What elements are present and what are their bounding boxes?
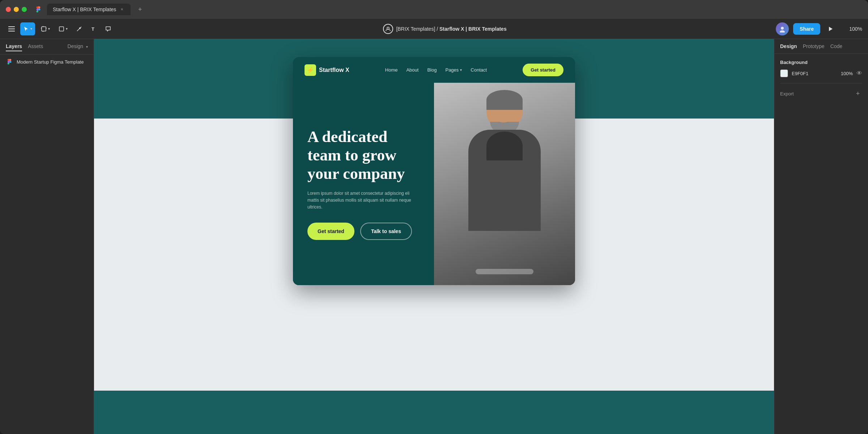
- assets-tab[interactable]: Assets: [28, 42, 43, 51]
- hero-primary-button[interactable]: Get started: [307, 223, 354, 240]
- nav-home[interactable]: Home: [385, 67, 398, 73]
- hero-subtitle: Lorem ipsum dolor sit amet consectetur a…: [307, 190, 416, 211]
- background-opacity-value[interactable]: 100%: [838, 71, 853, 76]
- logo-text: Startflow X: [319, 67, 349, 73]
- breadcrumb-text: [BRIX Templates] / Starflow X | BRIX Tem…: [396, 26, 506, 32]
- user-avatar: [776, 22, 789, 35]
- background-color-swatch[interactable]: [780, 69, 788, 77]
- nav-pages[interactable]: Pages ▾: [445, 67, 462, 73]
- nav-links: Home About Blog Pages ▾ Contact: [385, 67, 487, 73]
- visibility-icon[interactable]: 👁: [856, 70, 862, 77]
- export-add-button[interactable]: +: [854, 89, 862, 98]
- tab-bar: Starflow X | BRIX Templates × +: [0, 0, 868, 19]
- menu-button[interactable]: [6, 23, 17, 35]
- website-preview-frame: ⚡ Startflow X Home About Blog Pages ▾ Co…: [293, 57, 575, 285]
- breadcrumb: [BRIX Templates] / Starflow X | BRIX Tem…: [383, 24, 506, 34]
- design-tab[interactable]: Design ▾: [68, 42, 88, 51]
- pen-tool-button[interactable]: [73, 22, 85, 35]
- tab-title: Starflow X | BRIX Templates: [53, 7, 116, 12]
- right-panel-content: Background E9F0F1 100% 👁 Export +: [774, 54, 868, 434]
- left-panel-tabs: Layers Assets Design ▾: [0, 39, 94, 55]
- hamburger-icon: [8, 26, 15, 31]
- browser-frame: Starflow X | BRIX Templates × + ▾ ▾: [0, 0, 868, 434]
- share-button[interactable]: Share: [793, 23, 820, 35]
- main-area: Layers Assets Design ▾ Modern Startup Fi…: [0, 39, 868, 434]
- svg-text:T: T: [92, 26, 94, 32]
- hero-right: [434, 83, 575, 285]
- hero-section: A dedicated team to grow your company Lo…: [293, 83, 575, 285]
- hero-secondary-button[interactable]: Talk to sales: [360, 223, 412, 240]
- toolbar-right: Share 100%: [776, 22, 862, 35]
- close-window-button[interactable]: [6, 7, 11, 12]
- export-row: Export +: [780, 89, 862, 98]
- breadcrumb-org: [BRIX Templates]: [396, 26, 435, 32]
- frame-tool-button[interactable]: ▾: [38, 22, 53, 35]
- minimize-window-button[interactable]: [14, 7, 19, 12]
- nav-blog[interactable]: Blog: [427, 67, 437, 73]
- design-panel-tab[interactable]: Design: [780, 42, 797, 51]
- background-color-value[interactable]: E9F0F1: [792, 71, 835, 76]
- comment-tool-button[interactable]: [102, 22, 114, 35]
- breadcrumb-project: Starflow X | BRIX Templates: [439, 26, 507, 32]
- export-label: Export: [780, 91, 794, 96]
- shape-tool-button[interactable]: ▾: [56, 22, 71, 35]
- present-button[interactable]: [825, 23, 836, 35]
- browser-tab[interactable]: Starflow X | BRIX Templates ×: [47, 4, 131, 15]
- tab-close-button[interactable]: ×: [119, 7, 125, 12]
- zoom-level[interactable]: 100%: [841, 26, 862, 32]
- layer-figma-icon: [6, 58, 13, 65]
- svg-rect-5: [59, 27, 64, 31]
- left-panel: Layers Assets Design ▾ Modern Startup Fi…: [0, 39, 94, 434]
- layer-name: Modern Startup Figma Template: [17, 59, 84, 65]
- layer-item[interactable]: Modern Startup Figma Template: [0, 55, 94, 69]
- new-tab-button[interactable]: +: [135, 4, 145, 14]
- divider: [780, 83, 862, 83]
- svg-point-9: [781, 27, 784, 30]
- nav-about[interactable]: About: [406, 67, 418, 73]
- toolbar-center: [BRIX Templates] / Starflow X | BRIX Tem…: [117, 24, 773, 34]
- select-tool-button[interactable]: ▾: [20, 22, 35, 35]
- canvas-bg-bottom: [94, 391, 774, 434]
- breadcrumb-sep1: /: [437, 26, 439, 32]
- figma-logo-icon: [34, 5, 43, 14]
- website-navbar: ⚡ Startflow X Home About Blog Pages ▾ Co…: [293, 57, 575, 83]
- text-tool-button[interactable]: T: [88, 22, 99, 35]
- site-logo: ⚡ Startflow X: [305, 64, 349, 76]
- background-color-row: E9F0F1 100% 👁: [780, 69, 862, 77]
- prototype-panel-tab[interactable]: Prototype: [803, 42, 825, 51]
- hero-left: A dedicated team to grow your company Lo…: [293, 83, 434, 285]
- hero-title: A dedicated team to grow your company: [307, 128, 420, 183]
- right-panel-tabs: Design Prototype Code: [774, 39, 868, 54]
- nav-cta-button[interactable]: Get started: [523, 64, 563, 76]
- nav-contact[interactable]: Contact: [471, 67, 487, 73]
- figma-toolbar: ▾ ▾ ▾ T: [0, 19, 868, 39]
- svg-rect-0: [42, 27, 46, 31]
- traffic-lights: [6, 7, 27, 12]
- hero-buttons: Get started Talk to sales: [307, 223, 420, 240]
- svg-point-10: [780, 30, 785, 33]
- background-section-label: Background: [780, 60, 862, 65]
- layers-tab[interactable]: Layers: [6, 42, 22, 51]
- svg-point-8: [387, 27, 389, 29]
- canvas-area[interactable]: ⚡ Startflow X Home About Blog Pages ▾ Co…: [94, 39, 774, 434]
- fullscreen-window-button[interactable]: [22, 7, 27, 12]
- svg-marker-11: [829, 27, 833, 31]
- logo-icon: ⚡: [305, 64, 316, 76]
- user-avatar-breadcrumb: [383, 24, 393, 34]
- code-panel-tab[interactable]: Code: [830, 42, 842, 51]
- right-panel: Design Prototype Code Background E9F0F1 …: [774, 39, 868, 434]
